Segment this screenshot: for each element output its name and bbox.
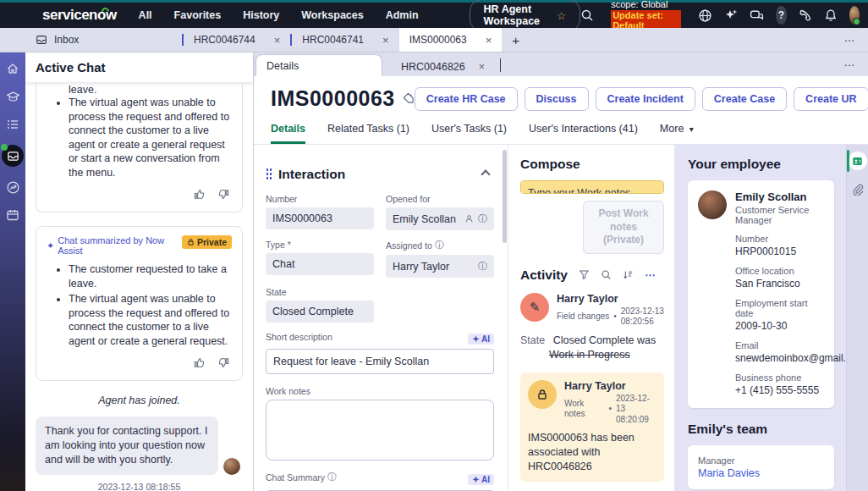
create-incident-button[interactable]: Create Incident: [596, 87, 695, 111]
nav-favorites[interactable]: Favorites: [174, 9, 222, 21]
sort-icon[interactable]: [623, 269, 634, 280]
tab-hrc0046741[interactable]: HRC0046741 ×: [292, 28, 398, 52]
info-icon[interactable]: ⓘ: [478, 260, 487, 273]
tab-ims0000063[interactable]: IMS0000063 ×: [399, 28, 503, 52]
record-tab-users-tasks[interactable]: User's Tasks (1): [431, 123, 507, 144]
interaction-form: Interaction Number IMS0000063 Opened for: [254, 145, 501, 491]
dot-icon: •: [613, 312, 617, 323]
person-icon[interactable]: [464, 214, 474, 223]
thumbs-up-icon[interactable]: [193, 356, 206, 372]
now-assist-icon[interactable]: [724, 8, 738, 23]
summary-bullet: The virtual agent was unable to process …: [69, 292, 232, 348]
subtab-details[interactable]: Details: [255, 54, 382, 76]
activity-entry[interactable]: ✎ Harry Taylor Field changes • 2023-12-1…: [520, 293, 664, 362]
chevron-down-icon: ▾: [689, 124, 694, 134]
contact-card-icon[interactable]: [849, 152, 867, 170]
ai-badge[interactable]: ✦ AI: [468, 334, 494, 345]
create-ur-button[interactable]: Create UR: [794, 87, 868, 111]
activity-date: 2023-12-13: [616, 394, 650, 414]
close-icon[interactable]: ×: [382, 34, 389, 47]
record-tab-details[interactable]: Details: [271, 123, 305, 144]
info-icon[interactable]: ⓘ: [327, 472, 337, 483]
work-notes-textarea[interactable]: [266, 400, 494, 461]
thumbs-down-icon[interactable]: [217, 356, 230, 372]
post-work-notes-button[interactable]: Post Work notes (Private): [583, 201, 664, 254]
nav-workspaces[interactable]: Workspaces: [301, 9, 363, 21]
sidebar-inbox-icon-active[interactable]: [2, 145, 24, 167]
sidebar-calendar-icon[interactable]: [5, 207, 20, 223]
thumbs-up-icon[interactable]: [193, 188, 206, 203]
employee-email-link[interactable]: snewdemoinbox@gmail.com: [735, 352, 824, 364]
employee-avatar: [698, 190, 727, 219]
globe-icon[interactable]: [698, 8, 712, 23]
record-view: IMS0000063 Create HR Case Discuss Create…: [254, 76, 868, 491]
create-case-button[interactable]: Create Case: [702, 87, 787, 111]
discuss-button[interactable]: Discuss: [525, 87, 589, 111]
record-tab-users-interactions[interactable]: User's Interactions (41): [529, 123, 638, 144]
form-scrollbar[interactable]: [501, 145, 508, 491]
info-icon[interactable]: ⓘ: [435, 240, 444, 251]
search-activity-icon[interactable]: [601, 269, 612, 280]
servicenow-logo[interactable]: servicenow: [42, 7, 117, 24]
workspace-pill[interactable]: HR Agent Workspace ☆: [470, 0, 581, 31]
tab-inbox[interactable]: Inbox: [25, 28, 182, 52]
sidebar-home-icon[interactable]: [5, 61, 20, 76]
compose-work-notes-input[interactable]: [520, 180, 664, 194]
thumbs-down-icon[interactable]: [217, 188, 230, 203]
compose-title: Compose: [520, 157, 664, 172]
sidebar-analytics-icon[interactable]: [5, 179, 20, 195]
record-tab-more[interactable]: More ▾: [660, 123, 694, 144]
user-avatar[interactable]: [849, 6, 860, 25]
field-number: Number IMS0000063: [266, 194, 374, 230]
close-icon[interactable]: ×: [479, 61, 485, 73]
field-value: Emily Scollan: [393, 213, 456, 225]
nav-all[interactable]: All: [139, 9, 152, 21]
tab-hrc0046744[interactable]: HRC0046744 ×: [184, 28, 290, 52]
nav-admin[interactable]: Admin: [386, 9, 419, 21]
now-assist-label: ✦ Chat summarized by Now Assist: [47, 235, 182, 256]
nav-history[interactable]: History: [243, 9, 279, 21]
filter-icon[interactable]: [579, 269, 590, 280]
activity-entry-highlighted[interactable]: Harry Taylor Work notes • 2023-12-13 08:…: [520, 372, 664, 482]
create-hr-case-button[interactable]: Create HR Case: [415, 87, 518, 111]
chat-body[interactable]: leave. The virtual agent was unable to p…: [25, 82, 253, 491]
sidebar-lists-icon[interactable]: [5, 117, 20, 132]
collapse-chevron-icon[interactable]: [481, 169, 490, 179]
subtab-hrc0046826[interactable]: HRC0046826 ×: [382, 61, 493, 76]
phone-icon[interactable]: [799, 8, 812, 23]
sidebar-learning-icon[interactable]: [5, 89, 20, 104]
paperclip-icon[interactable]: [852, 184, 864, 198]
search-icon[interactable]: [580, 8, 594, 23]
drag-handle-icon[interactable]: [266, 168, 272, 181]
activity-title: Activity: [520, 268, 568, 283]
chat-icon[interactable]: [750, 8, 764, 23]
field-assigned-to-value[interactable]: Harry Taylor ⓘ: [386, 255, 494, 278]
field-type: Type * Chat: [266, 240, 374, 278]
notifications-bell-icon[interactable]: [824, 8, 838, 23]
chat-title: Active Chat: [36, 60, 106, 74]
active-chat-panel: Active Chat leave. The virtual agent was…: [25, 52, 254, 491]
subtab-overflow-button[interactable]: ⋯: [832, 58, 868, 76]
favorite-star-icon[interactable]: ☆: [557, 9, 566, 22]
close-icon[interactable]: ×: [274, 34, 281, 47]
new-tab-button[interactable]: +: [502, 28, 530, 52]
manager-link[interactable]: Maria Davies: [698, 467, 824, 479]
activity-overflow-button[interactable]: ⋯: [645, 268, 656, 281]
chat-message: Thank you for contacting support. I am l…: [36, 417, 243, 475]
field-label: Number: [266, 194, 374, 204]
tag-icon[interactable]: [402, 91, 415, 107]
tab-overflow-button[interactable]: ⋯: [832, 28, 868, 52]
info-icon[interactable]: ⓘ: [478, 212, 487, 225]
short-description-input[interactable]: [266, 349, 494, 374]
field-opened-for-value[interactable]: Emily Scollan ⓘ: [386, 207, 494, 230]
employee-panel-title: Your employee: [688, 157, 834, 172]
top-header: servicenow All Favorites History Workspa…: [0, 0, 868, 28]
lock-icon: [187, 238, 195, 246]
summary-bullet: The customer requested to take a leave.: [69, 262, 232, 290]
interaction-section-header: Interaction: [266, 167, 494, 182]
help-icon[interactable]: ?: [776, 6, 786, 25]
ai-badge[interactable]: ✦ AI: [468, 474, 494, 485]
tab-label: HRC0046741: [302, 34, 364, 46]
record-tab-related-tasks[interactable]: Related Tasks (1): [327, 123, 409, 144]
close-icon[interactable]: ×: [486, 34, 492, 47]
